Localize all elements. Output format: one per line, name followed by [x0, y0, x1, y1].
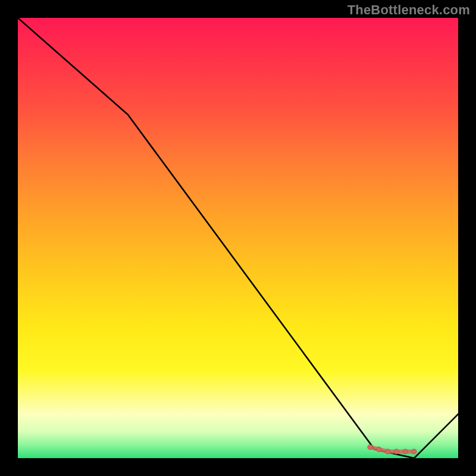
chart-stage: TheBottleneck.com: [0, 0, 476, 476]
marker-band: [368, 444, 416, 454]
marker-dot: [412, 449, 416, 454]
marker-dot: [403, 449, 408, 454]
marker-dot: [377, 447, 381, 452]
marker-dot: [394, 449, 399, 454]
black-curve: [18, 18, 458, 458]
line-series: [18, 18, 458, 458]
marker-dot: [368, 444, 372, 449]
chart-overlay: [18, 18, 458, 458]
marker-dot: [385, 449, 390, 454]
plot-area: [18, 18, 458, 458]
watermark-text: TheBottleneck.com: [347, 2, 470, 18]
